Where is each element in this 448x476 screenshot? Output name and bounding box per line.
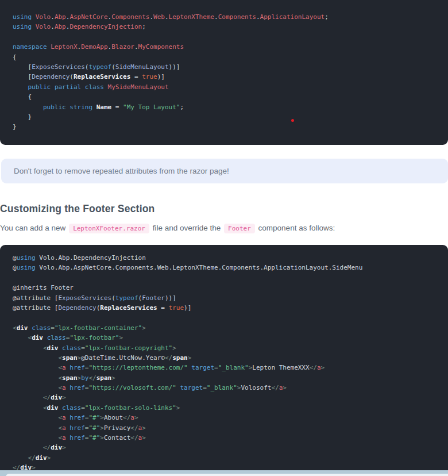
inline-code-leptonxfooter: LeptonXFooter.razor — [69, 224, 149, 233]
code-content: using Volo.Abp.AspNetCore.Components.Web… — [13, 12, 435, 132]
section-paragraph: You can add a new LeptonXFooter.razor fi… — [0, 222, 448, 235]
paragraph-text-before: You can add a new — [0, 224, 65, 232]
paragraph-text-after: component as follows: — [258, 224, 335, 232]
inline-code-footer: Footer — [224, 224, 255, 233]
paragraph-text-middle: file and override the — [153, 224, 221, 232]
code-block-razor-footer: @using Volo.Abp.DependencyInjection@usin… — [0, 245, 448, 476]
red-dot-marker — [291, 119, 294, 122]
info-callout-text: Don't forget to remove repeated attribut… — [14, 167, 229, 175]
info-callout: Don't forget to remove repeated attribut… — [1, 159, 448, 183]
horizontal-scrollbar-thumb[interactable] — [6, 474, 448, 476]
horizontal-scrollbar-track[interactable] — [0, 470, 448, 476]
code-content: @using Volo.Abp.DependencyInjection@usin… — [13, 253, 435, 473]
code-block-csharp-layout: using Volo.Abp.AspNetCore.Components.Web… — [0, 0, 448, 145]
section-heading: Customizing the Footer Section — [0, 203, 448, 215]
